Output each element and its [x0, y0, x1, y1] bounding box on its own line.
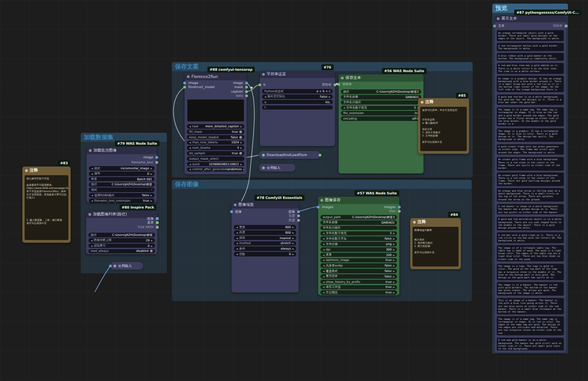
widget-file_extension[interactable]: file_extension.txt: [341, 111, 421, 115]
stepper-left-icon[interactable]: ◀: [323, 248, 325, 251]
note-node-83[interactable]: 注释 核心操作打标工作流 如需要其它功能请查看: https://www.lib…: [22, 167, 71, 243]
stepper-left-icon[interactable]: ◀: [91, 194, 93, 197]
node-string-operation[interactable]: 字符串运算 b 字符串 Python表达式a + b + c◀输出至控制台Fal…: [260, 71, 335, 146]
widget-文件名数字填充[interactable]: ◀文件名数字填充3▶: [320, 231, 397, 236]
node-title-bar[interactable]: 图像保存: [318, 197, 399, 204]
display-text-box[interactable]: This is an image of a banner. The banner…: [497, 298, 564, 314]
node-title-bar[interactable]: 加载批次图像: [87, 147, 157, 154]
widget-method[interactable]: ◀methodstretch▶: [234, 241, 296, 246]
stepper-right-icon[interactable]: ▶: [151, 239, 153, 242]
widget-输出至控制台[interactable]: ◀输出至控制台False▶: [262, 94, 333, 99]
widget-高度[interactable]: ◀高度800▶: [234, 230, 296, 235]
widget-条件[interactable]: ◀条件always▶: [234, 246, 296, 251]
widget-文件后缀[interactable]: ◀文件后缀png▶: [320, 242, 397, 246]
stepper-right-icon[interactable]: ▶: [393, 254, 395, 256]
widget-编号[interactable]: ◀编号0▶: [89, 172, 155, 176]
widget-max_new_tokens[interactable]: ◀max_new_tokens1024▶: [187, 141, 244, 145]
stepper-right-icon[interactable]: ▶: [240, 125, 242, 128]
port-字符串[interactable]: [334, 84, 336, 86]
port-images[interactable]: [398, 206, 401, 209]
widget-task[interactable]: ◀taskmore_detailed_caption▶: [187, 124, 244, 129]
collapse-dot-icon[interactable]: [341, 77, 344, 79]
stepper-left-icon[interactable]: ◀: [189, 146, 191, 149]
comfyui-canvas[interactable]: { "colors":{ "group_title":"#3d85b5","pr…: [0, 0, 588, 381]
stepper-right-icon[interactable]: ▶: [393, 291, 395, 294]
widget-文件名分隔符[interactable]: 文件名分隔符_: [341, 100, 421, 105]
stepper-right-icon[interactable]: ▶: [393, 264, 395, 267]
widget-a[interactable]: akls,: [262, 100, 333, 104]
stepper-left-icon[interactable]: ◀: [323, 254, 325, 256]
stepper-left-icon[interactable]: ◀: [91, 239, 93, 242]
display-text-box[interactable]: The image is of a name tag. The name tag…: [497, 316, 564, 335]
display-text-box[interactable]: The image is of a rectangle table top. T…: [497, 245, 564, 261]
widget-show_history_by_prefix[interactable]: ◀show_history_by_prefixtrue▶: [320, 280, 397, 284]
toggle-knob[interactable]: [150, 250, 153, 252]
note-text[interactable]: 核心操作打标工作流 如需要其它功能请查看: https://www.liblib…: [25, 175, 68, 240]
widget-高质量webp[interactable]: ◀高质量webpfalse▶: [320, 263, 397, 268]
stepper-left-icon[interactable]: ◀: [236, 237, 238, 240]
widget-output_mask_select[interactable]: output_mask_select: [187, 157, 244, 161]
stepper-right-icon[interactable]: ▶: [393, 248, 395, 251]
display-text-box[interactable]: A red and gold banner is on a white back…: [497, 338, 564, 350]
stepper-right-icon[interactable]: ▶: [240, 146, 242, 149]
node-global-input-collapsed[interactable]: 全局输入: [110, 262, 143, 270]
display-text-box[interactable]: A red rectangular button with a gold bor…: [497, 43, 564, 51]
stepper-left-icon[interactable]: ◀: [323, 237, 325, 240]
toggle-knob[interactable]: [239, 130, 242, 133]
node-title-bar[interactable]: 展示文本: [495, 15, 566, 22]
port-高度[interactable]: [297, 219, 300, 222]
node-save-text[interactable]: 保存文本 字符串 路径C:\Users\JAZH\Desktop\标签2文件名前…: [339, 74, 423, 173]
widget-开启预览[interactable]: ◀开启预览true▶: [320, 290, 397, 295]
stepper-left-icon[interactable]: ◀: [91, 172, 93, 175]
port-遮罩[interactable]: [156, 221, 159, 224]
widget-dpi[interactable]: ◀dpi300▶: [320, 247, 397, 252]
display-text-box[interactable]: A red and blue item has a gold emblem on…: [497, 63, 564, 74]
stepper-right-icon[interactable]: ▶: [393, 275, 395, 278]
node-load-image-list[interactable]: 加载图像列表(路径) 图像遮罩FILE PATH 路径C:\Users\JAZH…: [86, 211, 157, 254]
widget-do_sample[interactable]: do_sampletrue: [187, 151, 244, 156]
node-title-bar[interactable]: 保存文本: [339, 74, 423, 82]
widget-使用RGBA输出[interactable]: ◀使用RGBA输出false▶: [89, 193, 155, 198]
display-text-box[interactable]: A gold ornate frame with two green gemst…: [497, 144, 564, 155]
stepper-right-icon[interactable]: ▶: [292, 253, 294, 256]
node-title-bar[interactable]: 图像缩放: [232, 201, 299, 209]
stepper-right-icon[interactable]: ▶: [292, 247, 294, 250]
stepper-right-icon[interactable]: ▶: [393, 259, 395, 261]
widget-encoding[interactable]: encodingutf-8: [341, 116, 421, 121]
stepper-right-icon[interactable]: ▶: [329, 95, 330, 98]
group-header[interactable]: 保存图像: [172, 180, 472, 189]
widget-filename_text_extension[interactable]: ◀filename_text_extensiontrue▶: [89, 198, 155, 203]
stepper-right-icon[interactable]: ▶: [393, 270, 395, 272]
stepper-left-icon[interactable]: ◀: [323, 270, 325, 272]
node-image-save[interactable]: 图像保存 images imagesfiles output_pathC:\Us…: [318, 197, 399, 295]
port-filename_text[interactable]: [155, 161, 158, 164]
stepper-left-icon[interactable]: ◀: [236, 242, 238, 245]
port-图像[interactable]: [156, 217, 159, 220]
widget-质量[interactable]: ◀质量100▶: [320, 253, 397, 257]
widget-c[interactable]: c: [262, 105, 333, 110]
widget-control_after_generate[interactable]: ◀control_after_generaterandomize▶: [187, 167, 244, 172]
stepper-left-icon[interactable]: ◀: [91, 245, 93, 247]
port-FILE PATH[interactable]: [156, 226, 159, 229]
note-node-85[interactable]: 注释 反推可以多种，平台不支持这些 字符串运算: a: 输入触发词 保存文本 1…: [418, 98, 469, 154]
collapse-dot-icon[interactable]: [262, 154, 265, 157]
stepper-right-icon[interactable]: ▶: [243, 168, 244, 171]
stepper-left-icon[interactable]: ◀: [236, 253, 238, 256]
port-字符串[interactable]: [337, 83, 340, 86]
stepper-right-icon[interactable]: ▶: [292, 242, 294, 245]
collapse-dot-icon[interactable]: [234, 204, 237, 206]
port-图像[interactable]: [297, 210, 300, 213]
display-text-box[interactable]: The image is of a name tag. The name tag…: [497, 107, 564, 126]
stepper-right-icon[interactable]: ▶: [393, 281, 395, 283]
stepper-right-icon[interactable]: ▶: [393, 243, 395, 245]
display-text-box[interactable]: A gold and red bar is on a white backgro…: [497, 94, 564, 105]
node-title-bar[interactable]: Florence2Run: [185, 73, 247, 80]
display-text-box[interactable]: The image is of a banner. The banner is …: [497, 282, 564, 296]
stepper-left-icon[interactable]: ◀: [91, 199, 93, 202]
widget-保存工作流[interactable]: ◀保存工作流true▶: [320, 285, 397, 290]
stepper-right-icon[interactable]: ▶: [240, 163, 242, 166]
image-preview-area[interactable]: [187, 99, 244, 121]
stepper-right-icon[interactable]: ▶: [150, 172, 152, 175]
stepper-left-icon[interactable]: ◀: [189, 163, 191, 166]
display-text-box[interactable]: An orange rectangular object with a gold…: [497, 30, 564, 41]
